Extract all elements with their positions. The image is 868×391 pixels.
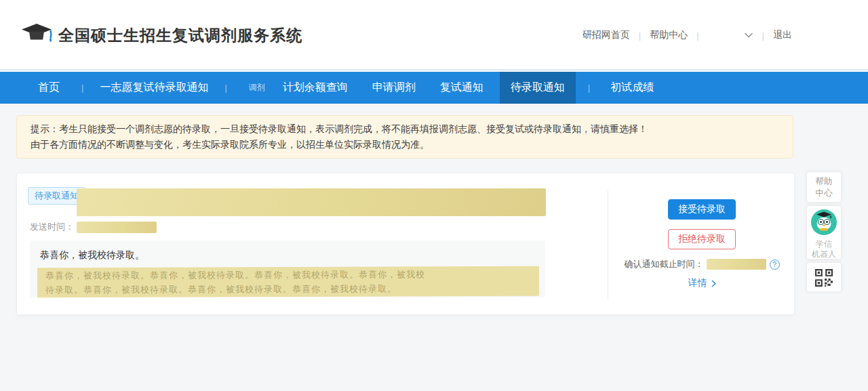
help-center-widget[interactable]: 帮助 中心 xyxy=(806,171,842,203)
help-widget-line1: 帮助 xyxy=(807,176,841,188)
tip-line2: 由于各方面情况的不断调整与变化，考生实际录取院系所专业，以招生单位实际录取情况为… xyxy=(31,137,779,152)
qr-code-icon xyxy=(815,269,833,287)
floating-sidebar: 帮助 中心 学信 机器人 xyxy=(806,171,842,295)
redacted-deadline-time xyxy=(707,259,766,270)
username-slot xyxy=(708,30,734,41)
app-screen: 全国硕士生招生复试调剂服务系统 研招网首页 | 帮助中心 | | 退出 首页 |… xyxy=(0,0,868,391)
reject-admission-button[interactable]: 拒绝待录取 xyxy=(668,229,736,249)
send-time-label: 发送时间： xyxy=(30,221,74,233)
header-separator: | xyxy=(639,30,641,41)
nav-item-reexam-notice[interactable]: 复试通知 xyxy=(440,81,484,95)
deadline-row: 确认通知截止时间： ? xyxy=(608,258,795,270)
nav-item-plan-balance-query[interactable]: 计划余额查询 xyxy=(283,81,348,95)
accept-admission-button[interactable]: 接受待录取 xyxy=(668,199,736,220)
qr-code-widget[interactable] xyxy=(806,262,842,292)
robot-widget-line2: 机器人 xyxy=(807,249,841,260)
question-icon[interactable]: ? xyxy=(770,260,780,270)
robot-widget-line1: 学信 xyxy=(807,239,841,249)
chevron-right-icon xyxy=(711,280,716,287)
send-time-row: 发送时间： xyxy=(30,221,157,233)
app-header: 全国硕士生招生复试调剂服务系统 研招网首页 | 帮助中心 | | 退出 xyxy=(0,0,868,70)
redacted-notice-title xyxy=(77,188,546,216)
tip-line1: 提示：考生只能接受一个调剂志愿的待录取，一旦接受待录取通知，表示调剂完成，将不能… xyxy=(31,121,779,137)
header-separator: | xyxy=(696,30,698,41)
actions-panel: 接受待录取 拒绝待录取 确认通知截止时间： ? 详情 xyxy=(608,173,795,316)
nav-item-first-choice-notice[interactable]: 一志愿复试待录取通知 xyxy=(100,81,208,95)
header-links: 研招网首页 | 帮助中心 | | 退出 xyxy=(583,0,792,70)
nav-separator: | xyxy=(81,83,83,93)
link-yanzhao-home[interactable]: 研招网首页 xyxy=(583,29,630,41)
main-nav: 首页 | 一志愿复试待录取通知 | 调剂 计划余额查询 申请调剂 复试通知 待录… xyxy=(0,72,868,104)
redacted-send-time xyxy=(77,222,157,233)
nav-item-home[interactable]: 首页 xyxy=(38,81,60,95)
header-separator: | xyxy=(762,30,764,41)
graduation-cap-icon xyxy=(20,22,53,48)
detail-link-label: 详情 xyxy=(688,277,707,289)
notice-message-box: 恭喜你，被我校待录取。 恭喜你，被我校待录取。恭喜你，被我校待录取。恭喜你，被我… xyxy=(30,241,545,297)
link-help-center[interactable]: 帮助中心 xyxy=(650,29,688,41)
help-widget-line2: 中心 xyxy=(807,188,841,199)
nav-separator: | xyxy=(588,83,590,93)
nav-item-admission-notice[interactable]: 待录取通知 xyxy=(500,72,576,104)
chevron-down-icon[interactable] xyxy=(744,33,753,38)
notice-message: 恭喜你，被我校待录取。 xyxy=(40,249,535,262)
redacted-message-line: 恭喜你，被我校待录取。恭喜你，被我校待录取。恭喜你，被我校待录取。恭喜你，被我校 xyxy=(45,267,539,283)
nav-separator: | xyxy=(224,83,226,93)
nav-group-label-tiaoji: 调剂 xyxy=(249,82,265,94)
deadline-label: 确认通知截止时间： xyxy=(625,258,704,270)
nav-item-initial-score[interactable]: 初试成绩 xyxy=(610,81,654,95)
page-title: 全国硕士生招生复试调剂服务系统 xyxy=(58,0,302,70)
tip-banner: 提示：考生只能接受一个调剂志愿的待录取，一旦接受待录取通知，表示调剂完成，将不能… xyxy=(16,115,793,159)
detail-link-wrap: 详情 xyxy=(608,276,795,289)
admission-notice-card: 待录取通知 发送时间： 恭喜你，被我校待录取。 恭喜你，被我校待录取。恭喜你，被… xyxy=(16,173,795,315)
logout-button[interactable]: 退出 xyxy=(773,29,792,41)
xuexin-robot-widget[interactable]: 学信 机器人 xyxy=(806,205,842,260)
nav-item-apply-tiaoji[interactable]: 申请调剂 xyxy=(372,81,416,95)
redacted-message-block: 恭喜你，被我校待录取。恭喜你，被我校待录取。恭喜你，被我校待录取。恭喜你，被我校… xyxy=(37,266,539,298)
redacted-message-line: 待录取。恭喜你，被我校待录取。恭喜你，被我校待录取。恭喜你，被我校待录取。 xyxy=(45,281,539,297)
detail-link[interactable]: 详情 xyxy=(688,277,716,289)
xuexin-robot-icon xyxy=(811,209,837,235)
